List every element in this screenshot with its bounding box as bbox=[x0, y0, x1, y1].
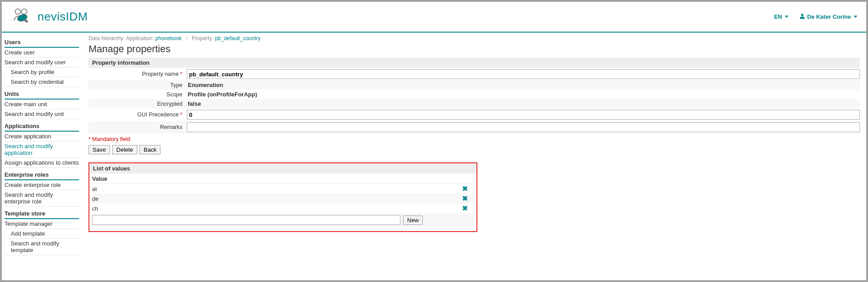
breadcrumb-root: Data hierarchy bbox=[88, 35, 123, 41]
value-encrypted: false bbox=[187, 100, 201, 107]
value-row: ch✖ bbox=[92, 203, 474, 213]
property-info-heading: Property information bbox=[88, 58, 860, 68]
breadcrumb-prop-link[interactable]: pb_default_country bbox=[215, 35, 261, 41]
app-logo-icon bbox=[11, 5, 32, 28]
sidebar-item[interactable]: Create enterprise role bbox=[4, 180, 79, 190]
sidebar-heading: Users bbox=[4, 37, 79, 48]
label-type: Type bbox=[88, 82, 187, 88]
language-selector[interactable]: EN bbox=[774, 13, 788, 20]
sidebar-heading: Applications bbox=[4, 121, 79, 132]
sidebar-item[interactable]: Search and modify user bbox=[4, 58, 79, 67]
values-column-header: Value bbox=[92, 174, 474, 184]
value-cell: at bbox=[92, 186, 456, 192]
value-row: de✖ bbox=[92, 194, 474, 203]
save-button[interactable]: Save bbox=[88, 145, 110, 154]
sidebar-item[interactable]: Search by profile bbox=[4, 67, 79, 77]
new-value-input[interactable] bbox=[92, 215, 400, 225]
sidebar-item[interactable]: Create application bbox=[4, 132, 79, 141]
user-menu[interactable]: De Kater Corine bbox=[799, 13, 857, 21]
user-icon bbox=[799, 13, 805, 21]
breadcrumb-app-link[interactable]: phonebook bbox=[155, 35, 181, 41]
delete-button[interactable]: Delete bbox=[112, 145, 137, 154]
delete-value-icon[interactable]: ✖ bbox=[456, 195, 474, 203]
sidebar-heading: Template store bbox=[4, 208, 79, 219]
delete-value-icon[interactable]: ✖ bbox=[456, 204, 474, 212]
svg-point-1 bbox=[21, 9, 27, 14]
label-encrypted: Encrypted bbox=[88, 101, 187, 107]
label-remarks: Remarks bbox=[88, 124, 187, 130]
value-scope: Profile (onProfileForApp) bbox=[187, 91, 257, 98]
sidebar-item[interactable]: Search and modify enterprise role bbox=[4, 190, 79, 207]
delete-value-icon[interactable]: ✖ bbox=[456, 185, 474, 193]
breadcrumb-separator: / bbox=[186, 35, 187, 41]
value-cell: de bbox=[92, 195, 456, 202]
sidebar-item[interactable]: Search by credential bbox=[4, 77, 79, 87]
caret-down-icon bbox=[854, 16, 857, 18]
svg-point-0 bbox=[15, 9, 21, 14]
sidebar-item[interactable]: Search and modify application bbox=[4, 141, 79, 158]
new-value-button[interactable]: New bbox=[403, 216, 423, 225]
sidebar-item[interactable]: Search and modify template bbox=[4, 239, 79, 255]
page-title: Manage properties bbox=[88, 43, 860, 55]
values-panel: List of values Value at✖de✖ch✖ New bbox=[88, 162, 477, 232]
sidebar-item[interactable]: Search and modify unit bbox=[4, 109, 79, 119]
app-header: nevisIDM EN De Kater Corine bbox=[2, 2, 866, 33]
breadcrumb-app-label: Application: bbox=[126, 35, 154, 41]
input-remarks[interactable] bbox=[187, 122, 860, 132]
sidebar-item[interactable]: Assign applications to clients bbox=[4, 158, 79, 168]
sidebar-heading: Enterprise roles bbox=[4, 170, 79, 180]
value-cell: ch bbox=[92, 205, 456, 212]
input-gui-precedence[interactable] bbox=[187, 110, 860, 120]
back-button[interactable]: Back bbox=[139, 145, 160, 154]
sidebar: UsersCreate userSearch and modify userSe… bbox=[2, 33, 82, 258]
app-title: nevisIDM bbox=[38, 10, 88, 24]
label-scope: Scope bbox=[88, 91, 187, 98]
language-label: EN bbox=[774, 13, 782, 20]
user-name: De Kater Corine bbox=[807, 13, 851, 20]
sidebar-item[interactable]: Create main unit bbox=[4, 100, 79, 109]
main-content: Data hierarchy Application: phonebook / … bbox=[82, 33, 866, 258]
sidebar-item[interactable]: Add template bbox=[4, 229, 79, 239]
sidebar-item[interactable]: Template manager bbox=[4, 219, 79, 229]
values-heading: List of values bbox=[89, 163, 476, 174]
label-gui-precedence: GUI Precedence bbox=[137, 112, 178, 118]
caret-down-icon bbox=[785, 16, 788, 18]
sidebar-heading: Units bbox=[4, 89, 79, 100]
value-row: at✖ bbox=[92, 184, 474, 194]
input-property-name[interactable] bbox=[187, 69, 860, 79]
label-property-name: Property name bbox=[142, 71, 179, 77]
breadcrumb-prop-label: Property: bbox=[192, 35, 214, 41]
mandatory-note: * Mandatory field bbox=[88, 136, 860, 142]
value-type: Enumeration bbox=[187, 82, 223, 88]
breadcrumb: Data hierarchy Application: phonebook / … bbox=[88, 35, 860, 41]
sidebar-item[interactable]: Create user bbox=[4, 48, 79, 58]
